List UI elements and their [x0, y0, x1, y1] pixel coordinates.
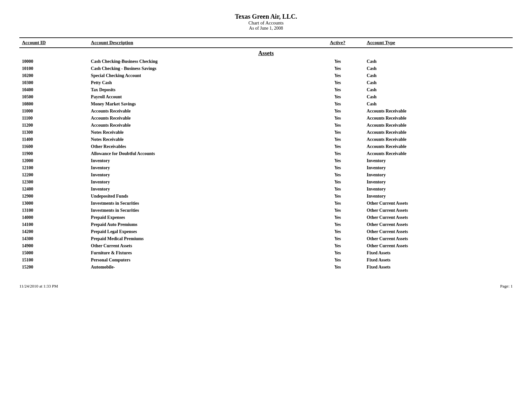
company-name: Texas Green Air, LLC.	[19, 13, 513, 20]
account-description: Undeposited Funds	[88, 193, 311, 200]
account-active: Yes	[311, 136, 364, 143]
report-header: Texas Green Air, LLC. Chart of Accounts …	[19, 13, 513, 31]
account-id: 15200	[19, 264, 88, 271]
footer-page: Page: 1	[500, 284, 513, 289]
table-row: 11600Other ReceivablesYesAccounts Receiv…	[19, 143, 513, 150]
table-row: 10500Payroll AccountYesCash	[19, 93, 513, 101]
account-id: 10300	[19, 79, 88, 86]
account-description: Allowance for Doubtful Accounts	[88, 150, 311, 157]
account-description: Tax Deposits	[88, 86, 311, 93]
account-type: Inventory	[364, 164, 513, 171]
account-active: Yes	[311, 65, 364, 72]
table-row: 14100Prepaid Auto PremiumsYesOther Curre…	[19, 221, 513, 228]
account-active: Yes	[311, 179, 364, 186]
account-active: Yes	[311, 221, 364, 228]
account-active: Yes	[311, 108, 364, 115]
account-id: 11000	[19, 108, 88, 115]
account-type: Other Current Assets	[364, 214, 513, 221]
account-id: 12400	[19, 186, 88, 193]
account-type: Other Current Assets	[364, 242, 513, 250]
account-id: 11200	[19, 122, 88, 129]
section-label: Assets	[19, 48, 513, 58]
table-row: 13000Investments in SecuritiesYesOther C…	[19, 200, 513, 207]
account-active: Yes	[311, 242, 364, 250]
account-id: 15100	[19, 257, 88, 264]
account-id: 10400	[19, 86, 88, 93]
table-row: 14300Prepaid Medical PremiumsYesOther Cu…	[19, 235, 513, 242]
account-description: Special Checking Account	[88, 72, 311, 79]
account-description: Inventory	[88, 171, 311, 179]
account-type: Cash	[364, 86, 513, 93]
account-id: 12300	[19, 179, 88, 186]
account-id: 12900	[19, 193, 88, 200]
table-row: 12200InventoryYesInventory	[19, 171, 513, 179]
account-type: Accounts Receivable	[364, 115, 513, 122]
account-active: Yes	[311, 200, 364, 207]
table-row: 14200Prepaid Legal ExpensesYesOther Curr…	[19, 228, 513, 235]
account-type: Cash	[364, 93, 513, 101]
account-active: Yes	[311, 86, 364, 93]
account-id: 12000	[19, 157, 88, 164]
account-description: Prepaid Legal Expenses	[88, 228, 311, 235]
table-header-row: Account ID Account Description Active? A…	[19, 38, 513, 48]
table-row: 14900Other Current AssetsYesOther Curren…	[19, 242, 513, 250]
account-id: 14000	[19, 214, 88, 221]
account-active: Yes	[311, 143, 364, 150]
account-type: Inventory	[364, 157, 513, 164]
table-row: 11100Accounts ReceivableYesAccounts Rece…	[19, 115, 513, 122]
account-description: Accounts Receivable	[88, 115, 311, 122]
table-row: 11200Accounts ReceivableYesAccounts Rece…	[19, 122, 513, 129]
account-id: 10200	[19, 72, 88, 79]
account-id: 11300	[19, 129, 88, 136]
account-active: Yes	[311, 122, 364, 129]
account-active: Yes	[311, 250, 364, 257]
table-row: 14000Prepaid ExpensesYesOther Current As…	[19, 214, 513, 221]
table-row: 12900Undeposited FundsYesInventory	[19, 193, 513, 200]
account-active: Yes	[311, 157, 364, 164]
account-id: 13100	[19, 207, 88, 214]
account-type: Accounts Receivable	[364, 129, 513, 136]
table-row: 12000InventoryYesInventory	[19, 157, 513, 164]
account-description: Cash Checking - Business Savings	[88, 65, 311, 72]
account-description: Inventory	[88, 179, 311, 186]
account-type: Accounts Receivable	[364, 150, 513, 157]
account-type: Inventory	[364, 193, 513, 200]
account-type: Cash	[364, 72, 513, 79]
table-row: 15100Personal ComputersYesFixed Assets	[19, 257, 513, 264]
account-type: Inventory	[364, 179, 513, 186]
account-description: Petty Cash	[88, 79, 311, 86]
account-active: Yes	[311, 129, 364, 136]
account-id: 15000	[19, 250, 88, 257]
table-row: 11400Notes ReceivableYesAccounts Receiva…	[19, 136, 513, 143]
table-row: 12400InventoryYesInventory	[19, 186, 513, 193]
account-description: Payroll Account	[88, 93, 311, 101]
account-description: Notes Receivable	[88, 129, 311, 136]
account-description: Accounts Receivable	[88, 108, 311, 115]
account-description: Notes Receivable	[88, 136, 311, 143]
account-id: 10100	[19, 65, 88, 72]
account-id: 10800	[19, 101, 88, 108]
account-active: Yes	[311, 235, 364, 242]
account-id: 14900	[19, 242, 88, 250]
table-row: 15200Automobile-YesFixed Assets	[19, 264, 513, 271]
account-active: Yes	[311, 101, 364, 108]
account-description: Accounts Receivable	[88, 122, 311, 129]
account-description: Money Market Savings	[88, 101, 311, 108]
table-row: 10200Special Checking AccountYesCash	[19, 72, 513, 79]
account-type: Accounts Receivable	[364, 122, 513, 129]
account-description: Prepaid Expenses	[88, 214, 311, 221]
account-description: Prepaid Auto Premiums	[88, 221, 311, 228]
report-footer: 11/24/2010 at 1:33 PM Page: 1	[19, 284, 513, 289]
account-description: Furniture & Fixtures	[88, 250, 311, 257]
col-header-type: Account Type	[364, 38, 513, 48]
table-row: 12300InventoryYesInventory	[19, 179, 513, 186]
table-row: 15000Furniture & FixturesYesFixed Assets	[19, 250, 513, 257]
account-description: Personal Computers	[88, 257, 311, 264]
account-id: 13000	[19, 200, 88, 207]
account-description: Investments in Securities	[88, 207, 311, 214]
account-active: Yes	[311, 228, 364, 235]
account-type: Fixed Assets	[364, 250, 513, 257]
account-description: Inventory	[88, 186, 311, 193]
account-active: Yes	[311, 264, 364, 271]
account-type: Accounts Receivable	[364, 143, 513, 150]
